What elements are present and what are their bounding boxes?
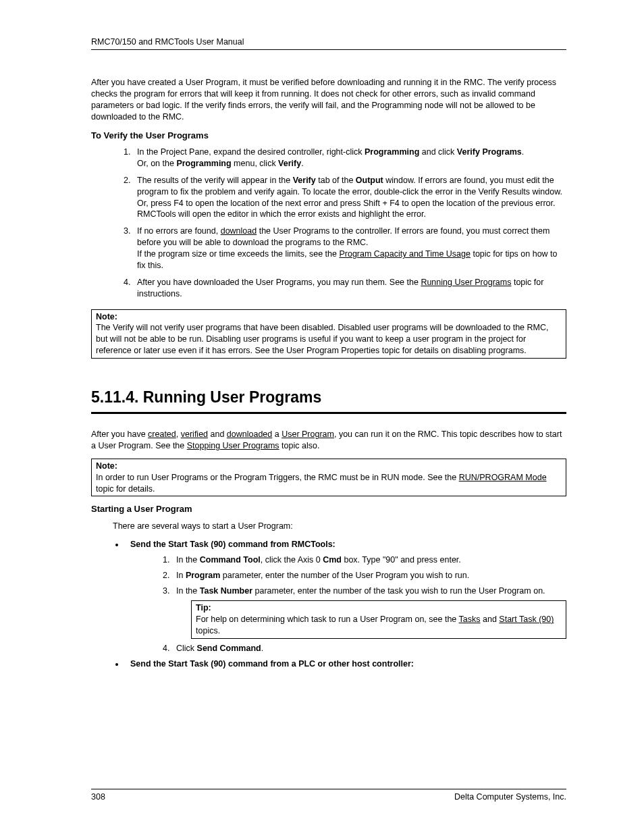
verify-steps-list: In the Project Pane, expand the desired … (91, 147, 566, 300)
text: The results of the verify will appear in… (137, 176, 293, 185)
text: parameter, enter the number of the User … (220, 571, 469, 580)
start-methods-list: Send the Start Task (90) command from RM… (91, 539, 566, 670)
text: menu, click (232, 159, 278, 168)
company-name: Delta Computer Systems, Inc. (454, 792, 566, 802)
text: If no errors are found, (137, 226, 221, 236)
note-label: Note: (96, 461, 117, 471)
text: In the (176, 586, 200, 596)
section-title: 5.11.4. Running User Programs (91, 387, 566, 414)
rmctools-steps: In the Command Tool, click the Axis 0 Cm… (130, 554, 566, 654)
running-intro: After you have created, verified and dow… (91, 429, 566, 452)
note-box: Note: In order to run User Programs or t… (91, 459, 566, 497)
page-header: RMC70/150 and RMCTools User Manual (91, 37, 566, 50)
text: tab of the (316, 176, 356, 185)
text: After you have downloaded the User Progr… (137, 278, 421, 287)
link-start-task-90[interactable]: Start Task (90) (499, 615, 554, 624)
text: Click (176, 644, 197, 653)
verify-heading: To Verify the User Programs (91, 130, 566, 142)
text: After you have (91, 429, 148, 439)
link-tasks[interactable]: Tasks (459, 615, 481, 624)
link-downloaded[interactable]: downloaded (227, 429, 272, 439)
text: parameter, enter the number of the task … (252, 586, 545, 596)
list-item: After you have downloaded the User Progr… (133, 277, 566, 300)
text: topics. (196, 626, 220, 635)
link-user-program[interactable]: User Program (281, 429, 334, 439)
link-run-program-mode[interactable]: RUN/PROGRAM Mode (459, 473, 547, 482)
text: . (522, 147, 524, 157)
page-footer: 308 Delta Computer Systems, Inc. (91, 789, 566, 802)
list-item: In Program parameter, enter the number o… (172, 570, 566, 581)
starting-heading: Starting a User Program (91, 503, 566, 515)
list-item: Click Send Command. (172, 643, 566, 654)
list-item: The results of the verify will appear in… (133, 175, 566, 221)
list-item: In the Project Pane, expand the desired … (133, 147, 566, 170)
note-text: The Verify will not verify user programs… (96, 323, 548, 355)
starting-intro: There are several ways to start a User P… (113, 521, 566, 532)
list-item: If no errors are found, download the Use… (133, 226, 566, 271)
text-bold: Output (356, 176, 383, 185)
link-download[interactable]: download (221, 226, 257, 236)
text: a (272, 429, 281, 439)
text: and click (419, 147, 457, 157)
text: . (261, 644, 263, 653)
link-created[interactable]: created (148, 429, 176, 439)
text-bold: Verify (293, 176, 316, 185)
text: topic for details. (96, 484, 155, 494)
text-bold: Verify (278, 159, 301, 168)
text: , click the Axis 0 (261, 555, 323, 565)
list-item: Send the Start Task (90) command from a … (125, 658, 566, 670)
text: In the (176, 555, 200, 565)
note-label: Note: (96, 312, 117, 321)
text: and (481, 615, 500, 624)
link-stopping-user-programs[interactable]: Stopping User Programs (187, 441, 279, 450)
text: . (301, 159, 303, 168)
bullet-heading: Send the Start Task (90) command from a … (130, 659, 414, 669)
text-bold: Cmd (323, 555, 342, 565)
text-bold: Programming (176, 159, 231, 168)
list-item: In the Task Number parameter, enter the … (172, 585, 566, 640)
text: For help on determining which task to ru… (196, 615, 459, 624)
text: box. Type "90" and press enter. (342, 555, 461, 565)
text-bold: Send Command (197, 644, 261, 653)
text: In the Project Pane, expand the desired … (137, 147, 365, 157)
tip-label: Tip: (196, 603, 211, 613)
text: , (176, 429, 181, 439)
tip-box: Tip: For help on determining which task … (191, 600, 566, 639)
page-number: 308 (91, 792, 105, 802)
link-running-user-programs[interactable]: Running User Programs (421, 278, 511, 287)
text: topic also. (279, 441, 320, 450)
text: Or, on the (137, 159, 176, 168)
link-program-capacity[interactable]: Program Capacity and Time Usage (339, 249, 471, 259)
note-box: Note: The Verify will not verify user pr… (91, 309, 566, 359)
text-bold: Task Number (200, 586, 252, 596)
text-bold: Program (186, 571, 220, 580)
list-item: Send the Start Task (90) command from RM… (125, 539, 566, 654)
text-bold: Verify Programs (457, 147, 522, 157)
text: In (176, 571, 186, 580)
link-verified[interactable]: verified (181, 429, 208, 439)
bullet-heading: Send the Start Task (90) command from RM… (130, 540, 336, 549)
list-item: In the Command Tool, click the Axis 0 Cm… (172, 554, 566, 566)
text-bold: Command Tool (200, 555, 261, 565)
text-bold: Programming (365, 147, 419, 157)
text: and (208, 429, 227, 439)
text: If the program size or time exceeds the … (137, 249, 339, 259)
text: In order to run User Programs or the Pro… (96, 473, 459, 482)
intro-paragraph: After you have created a User Program, i… (91, 77, 566, 123)
